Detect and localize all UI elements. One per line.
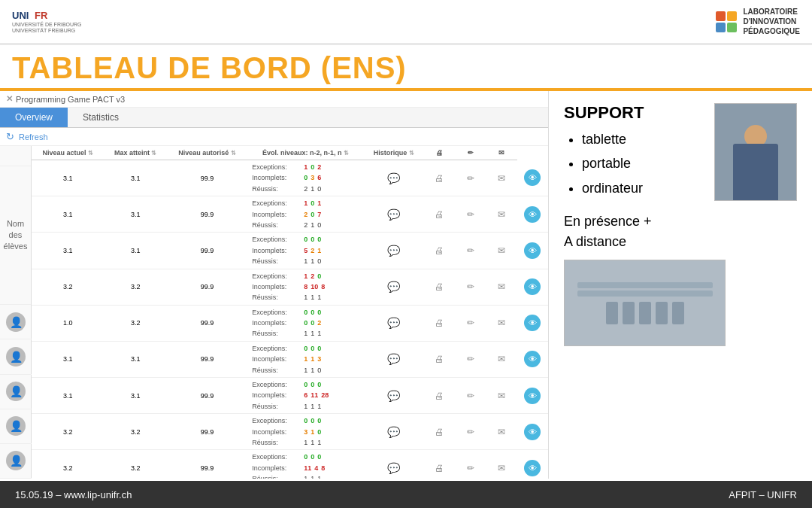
print-button[interactable]: 🖨 [431,424,447,440]
chat-icon[interactable]: 💬 [387,245,400,257]
cell-view[interactable]: 👁 [517,233,548,269]
view-button[interactable]: 👁 [524,206,541,223]
table-header-row: Niveau actuel ⇅ Max atteint ⇅ Niveau aut… [32,146,548,160]
view-button[interactable]: 👁 [524,388,541,404]
unifr-uni-text: UNI [12,10,29,21]
email-button[interactable]: ✉ [493,460,510,476]
cell-view[interactable]: 👁 [517,450,548,479]
cell-niveau-actuel: 3.1 [32,160,105,196]
email-button[interactable]: ✉ [493,315,510,331]
edit-button[interactable]: ✏ [462,278,479,295]
edit-button[interactable]: ✏ [462,388,479,404]
cell-edit[interactable]: ✏ [455,160,486,196]
print-button[interactable]: 🖨 [431,206,447,223]
view-button[interactable]: 👁 [524,169,541,186]
cell-view[interactable]: 👁 [517,414,548,450]
app-header: ✕ Programming Game PACT v3 [0,91,548,108]
print-button[interactable]: 🖨 [431,315,447,331]
email-button[interactable]: ✉ [493,170,510,187]
email-button[interactable]: ✉ [493,278,510,295]
cell-view[interactable]: 👁 [517,305,548,341]
print-button[interactable]: 🖨 [431,242,447,259]
email-button[interactable]: ✉ [493,206,510,223]
view-button[interactable]: 👁 [524,278,541,295]
view-button[interactable]: 👁 [524,242,541,259]
edit-button[interactable]: ✏ [462,460,479,476]
cell-edit[interactable]: ✏ [455,305,486,341]
email-button[interactable]: ✉ [493,388,510,404]
cell-print[interactable]: 🖨 [424,341,455,377]
cell-email[interactable]: ✉ [486,233,517,269]
cell-historique: 💬 [364,269,424,305]
cell-print[interactable]: 🖨 [424,414,455,450]
chat-icon[interactable]: 💬 [387,462,400,474]
cell-print[interactable]: 🖨 [424,196,455,233]
chat-icon[interactable]: 💬 [387,317,400,329]
table-row: 1.03.299.9 Exceptions: 0 0 0 Incomplets:… [32,305,548,341]
edit-button[interactable]: ✏ [462,424,479,440]
edit-button[interactable]: ✏ [462,315,479,331]
cell-edit[interactable]: ✏ [455,341,486,377]
cell-historique: 💬 [364,378,424,414]
cell-print[interactable]: 🖨 [424,378,455,414]
print-button[interactable]: 🖨 [431,278,447,295]
chat-icon[interactable]: 💬 [387,426,400,438]
cell-email[interactable]: ✉ [486,269,517,305]
cell-edit[interactable]: ✏ [455,269,486,305]
view-button[interactable]: 👁 [524,424,541,440]
cell-print[interactable]: 🖨 [424,233,455,269]
cell-print[interactable]: 🖨 [424,269,455,305]
chat-icon[interactable]: 💬 [387,390,400,402]
cell-email[interactable]: ✉ [486,160,517,196]
cell-print[interactable]: 🖨 [424,305,455,341]
edit-button[interactable]: ✏ [462,351,479,367]
refresh-bar[interactable]: ↻ Refresh [0,128,548,146]
cell-view[interactable]: 👁 [517,269,548,305]
view-button[interactable]: 👁 [524,351,541,367]
cell-max-atteint: 3.1 [105,196,167,233]
print-button[interactable]: 🖨 [431,351,447,367]
cell-edit[interactable]: ✏ [455,450,486,479]
lip-sq-blue [716,23,726,32]
chat-icon[interactable]: 💬 [387,353,400,365]
print-button[interactable]: 🖨 [431,388,447,404]
cell-max-atteint: 3.1 [105,378,167,414]
cell-edit[interactable]: ✏ [455,378,486,414]
table-row: 3.23.299.9 Exceptions: 1 2 0 Incomplets:… [32,269,548,305]
cell-niveau-autorise: 99.9 [167,233,248,269]
cell-view[interactable]: 👁 [517,341,548,377]
edit-button[interactable]: ✏ [462,206,479,223]
close-icon[interactable]: ✕ [6,94,13,104]
tab-statistics[interactable]: Statistics [68,108,134,127]
cell-view[interactable]: 👁 [517,378,548,414]
cell-email[interactable]: ✉ [486,341,517,377]
chat-icon[interactable]: 💬 [387,208,400,221]
right-panel: SUPPORT tablette portable ordinateur En … [549,91,812,479]
view-button[interactable]: 👁 [524,460,541,476]
cell-stats: Exceptions: 0 0 0 Incomplets: 6 11 28 Ré… [247,378,363,414]
cell-niveau-actuel: 1.0 [32,305,105,341]
cell-email[interactable]: ✉ [486,378,517,414]
tab-overview[interactable]: Overview [0,108,68,127]
email-button[interactable]: ✉ [493,424,510,440]
cell-print[interactable]: 🖨 [424,450,455,479]
cell-email[interactable]: ✉ [486,414,517,450]
cell-view[interactable]: 👁 [517,196,548,233]
cell-email[interactable]: ✉ [486,305,517,341]
cell-email[interactable]: ✉ [486,196,517,233]
cell-email[interactable]: ✉ [486,450,517,479]
cell-edit[interactable]: ✏ [455,196,486,233]
cell-edit[interactable]: ✏ [455,414,486,450]
print-button[interactable]: 🖨 [431,460,447,476]
edit-button[interactable]: ✏ [462,170,479,187]
cell-view[interactable]: 👁 [517,160,548,196]
cell-edit[interactable]: ✏ [455,233,486,269]
print-button[interactable]: 🖨 [431,170,447,187]
email-button[interactable]: ✉ [493,242,510,259]
chat-icon[interactable]: 💬 [387,281,400,293]
cell-print[interactable]: 🖨 [424,160,455,196]
view-button[interactable]: 👁 [524,315,541,331]
email-button[interactable]: ✉ [493,351,510,367]
edit-button[interactable]: ✏ [462,242,479,259]
chat-icon[interactable]: 💬 [387,172,400,184]
